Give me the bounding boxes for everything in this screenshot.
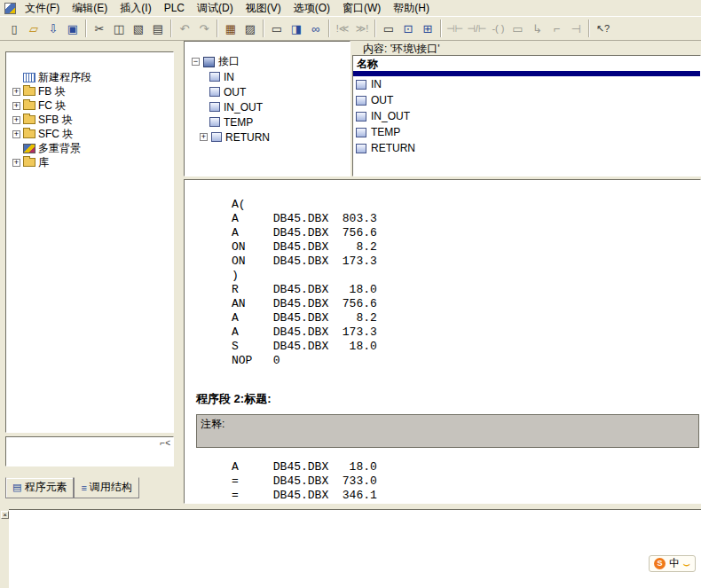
declaration-in-icon: [209, 72, 220, 82]
download-button[interactable]: ⇩: [43, 19, 63, 38]
sidebar-item-label: SFB 块: [38, 113, 73, 128]
folder-icon: [23, 158, 35, 167]
declaration-out-icon: [209, 87, 220, 97]
menu-file[interactable]: 文件(F): [19, 0, 66, 18]
block-overview-button[interactable]: ▦: [221, 19, 240, 38]
sidebar-item-label: FC 块: [38, 98, 66, 114]
stl-code-editor[interactable]: A( A DB45.DBX 803.3 A DB45.DBX 756.6 ON …: [184, 179, 701, 504]
open-folder-button[interactable]: ▱: [24, 19, 43, 38]
tree-item-temp[interactable]: TEMP: [185, 114, 350, 129]
menu-plc[interactable]: PLC: [158, 0, 191, 16]
monitor-glasses-icon: ∞: [311, 22, 319, 35]
element-preview-pane: ⌐<: [5, 436, 174, 466]
address-grid-button[interactable]: ⊞: [418, 19, 437, 38]
menu-view[interactable]: 视图(V): [240, 0, 287, 18]
table-row-temp[interactable]: TEMP: [353, 124, 700, 140]
dock-edge-strip: [0, 509, 9, 588]
menu-insert[interactable]: 插入(I): [114, 0, 157, 18]
cut-icon: ✂: [95, 22, 105, 35]
menu-options[interactable]: 选项(O): [287, 0, 336, 18]
network1-code[interactable]: A( A DB45.DBX 803.3 A DB45.DBX 756.6 ON …: [232, 198, 700, 368]
multi-instance-icon: [23, 144, 35, 153]
next-error-icon: ≫!: [356, 23, 369, 35]
window-system-icon[interactable]: [4, 3, 16, 14]
sidebar-item-new-network[interactable]: 新建程序段: [6, 70, 173, 84]
save-button[interactable]: ▣: [63, 19, 83, 38]
menu-help[interactable]: 帮助(H): [387, 0, 436, 18]
coil-button: -( ): [488, 19, 508, 38]
sidebar-item-libraries[interactable]: + 库: [6, 155, 173, 169]
close-icon[interactable]: ×: [1, 511, 9, 519]
new-file-button[interactable]: ▯: [4, 19, 24, 38]
tree-item-in-out[interactable]: IN_OUT: [185, 99, 350, 114]
toolbar-separator: [85, 20, 87, 37]
toolbar-separator: [263, 20, 264, 37]
redo-button: ↷: [194, 19, 214, 38]
open-branch-icon: ↳: [532, 22, 542, 35]
menu-window[interactable]: 窗口(W): [336, 0, 387, 18]
column-header-name[interactable]: 名称: [353, 56, 700, 71]
symbol-display-button[interactable]: ▭: [267, 19, 287, 38]
sidebar-item-fb-blocks[interactable]: + FB 块: [6, 84, 173, 98]
reference-data-button[interactable]: ▨: [240, 19, 260, 38]
toolbar-separator: [588, 20, 590, 37]
expand-plus-icon[interactable]: +: [200, 133, 208, 141]
table-row-in-out[interactable]: IN_OUT: [353, 108, 700, 124]
network2-title[interactable]: 程序段 2:标题:: [196, 391, 700, 407]
ime-language-mode[interactable]: 中: [669, 556, 680, 571]
sidebar-item-sfc-blocks[interactable]: + SFC 块: [6, 127, 173, 141]
sidebar-item-fc-blocks[interactable]: + FC 块: [6, 98, 173, 113]
menu-debug[interactable]: 调试(D): [191, 0, 240, 18]
folder-icon: [23, 101, 35, 110]
expand-plus-icon[interactable]: +: [12, 130, 20, 138]
table-row-return[interactable]: RETURN: [353, 140, 700, 156]
expand-minus-icon[interactable]: −: [192, 58, 200, 66]
output-pane[interactable]: [9, 509, 701, 588]
tab-program-elements[interactable]: ▤ 程序元素: [5, 477, 74, 498]
program-elements-overview-button[interactable]: ⊡: [398, 19, 418, 38]
sidebar-item-sfb-blocks[interactable]: + SFB 块: [6, 113, 173, 127]
network2-comment-box[interactable]: 注释:: [196, 414, 699, 448]
tree-item-out[interactable]: OUT: [185, 84, 350, 99]
sidebar-item-multi-instance[interactable]: 多重背景: [6, 141, 173, 155]
monitor-glasses-button[interactable]: ∞: [306, 19, 326, 38]
expand-plus-icon[interactable]: +: [12, 116, 20, 124]
print-button[interactable]: ▤: [148, 19, 168, 38]
expand-plus-icon[interactable]: +: [12, 88, 20, 96]
branch-scroll-icon[interactable]: ⌐<: [160, 438, 170, 448]
menu-edit[interactable]: 编辑(E): [66, 0, 114, 18]
undo-icon: ↶: [180, 22, 190, 35]
expand-plus-icon[interactable]: +: [12, 159, 20, 167]
symbol-info-icon: ◨: [291, 22, 302, 35]
ime-brand-icon[interactable]: S: [654, 558, 666, 569]
table-row-in[interactable]: IN: [353, 76, 700, 92]
block-overview-icon: ▦: [225, 22, 236, 35]
declaration-in-icon: [356, 80, 366, 90]
sidebar-item-label: 多重背景: [38, 141, 81, 156]
cut-button[interactable]: ✂: [90, 19, 109, 38]
tree-item-in[interactable]: IN: [185, 69, 350, 84]
toolbar-separator: [217, 20, 218, 37]
next-error-button: ≫!: [352, 19, 372, 38]
row-label: IN: [371, 78, 382, 90]
declaration-temp-icon: [356, 128, 366, 137]
ime-pen-icon[interactable]: ⌣: [683, 558, 690, 570]
tab-call-structure[interactable]: ≡ 调用结构: [74, 477, 138, 498]
tree-item-label: 接口: [218, 54, 240, 69]
symbol-info-button[interactable]: ◨: [287, 19, 306, 38]
help-cursor-button[interactable]: ↖?: [593, 19, 612, 38]
tab-label: 程序元素: [24, 480, 67, 495]
row-label: IN_OUT: [371, 110, 410, 122]
paste-button[interactable]: ▧: [129, 19, 148, 38]
toolbar-separator: [440, 20, 442, 37]
tree-item-interface[interactable]: − 接口: [185, 54, 350, 69]
toolbar-separator: [328, 20, 330, 37]
network2-code[interactable]: A DB45.DBX 18.0 = DB45.DBX 733.0 = DB45.…: [232, 460, 700, 503]
new-network-button[interactable]: ▭: [379, 19, 398, 38]
table-row-out[interactable]: OUT: [353, 92, 700, 108]
declaration-inout-icon: [209, 102, 220, 112]
tree-item-return[interactable]: + RETURN: [185, 129, 350, 145]
symbol-display-icon: ▭: [272, 22, 282, 35]
expand-plus-icon[interactable]: +: [12, 102, 20, 110]
copy-button[interactable]: ◫: [109, 19, 129, 38]
